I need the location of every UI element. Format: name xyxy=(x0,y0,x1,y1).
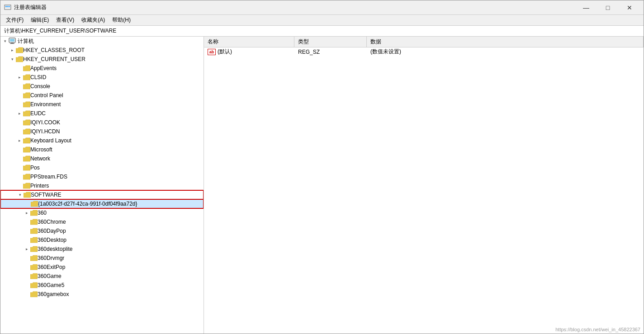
tree-item-control-panel[interactable]: Control Panel xyxy=(0,91,204,100)
tree-item-printers[interactable]: Printers xyxy=(0,181,204,190)
tree-item-ppstream[interactable]: PPStream.FDS xyxy=(0,172,204,181)
folder-icon-appevents xyxy=(23,65,30,71)
tree-label-360game: 360Game xyxy=(38,273,62,279)
folder-icon-software xyxy=(24,192,31,198)
table-header: 名称 类型 数据 xyxy=(204,37,644,47)
tree-item-360[interactable]: ▸ 360 xyxy=(0,208,204,217)
tree-label-ppstream: PPStream.FDS xyxy=(30,174,67,180)
expand-360desktoplite[interactable]: ▸ xyxy=(23,245,30,253)
svg-rect-3 xyxy=(9,6,10,7)
tree-label-360drvmgr: 360Drvmgr xyxy=(38,255,64,261)
minimize-button[interactable]: — xyxy=(576,0,597,15)
folder-icon-microsoft xyxy=(23,146,30,153)
folder-icon-network xyxy=(23,155,30,162)
menu-view[interactable]: 查看(V) xyxy=(52,15,78,25)
folder-icon-clsid xyxy=(23,74,30,80)
folder-icon-360 xyxy=(30,210,38,216)
menu-help[interactable]: 帮助(H) xyxy=(109,15,134,25)
folder-icon-360game5 xyxy=(30,282,38,288)
tree-item-360game[interactable]: 360Game xyxy=(0,272,204,281)
folder-icon-classes-root xyxy=(16,47,23,53)
expand-current-user[interactable]: ▾ xyxy=(9,56,16,63)
tree-item-360game5[interactable]: 360Game5 xyxy=(0,281,204,290)
tree-item-microsoft[interactable]: Microsoft xyxy=(0,145,204,154)
tree-label-iqiyi-cook: IQIYI.COOK xyxy=(30,119,60,126)
main-content: ▾ 计算机 ▸ HKEY_CLASSES_ROOT ▾ xyxy=(0,37,644,334)
tree-label-360: 360 xyxy=(38,210,47,216)
table-row[interactable]: ab (默认) REG_SZ (数值未设置) xyxy=(204,47,644,56)
tree-item-360drvmgr[interactable]: 360Drvmgr xyxy=(0,254,204,263)
tree-label-appevents: AppEvents xyxy=(30,65,57,71)
tree-label-360exitpop: 360ExitPop xyxy=(38,264,65,270)
tree-label-pos: Pos xyxy=(30,165,40,171)
tree-item-software[interactable]: ▾ SOFTWARE xyxy=(0,190,204,199)
tree-item-network[interactable]: Network xyxy=(0,154,204,163)
watermark: https://blog.csdn.net/wei_in_45822367 xyxy=(555,327,640,332)
folder-icon-360daypop xyxy=(30,228,38,234)
tree-item-iqiyi-hcdn[interactable]: IQIYI.HCDN xyxy=(0,127,204,136)
address-text: 计算机\HKEY_CURRENT_USER\SOFTWARE xyxy=(4,27,116,35)
tree-item-360gamebox[interactable]: 360gamebox xyxy=(0,290,204,299)
expand-eudc[interactable]: ▸ xyxy=(16,110,23,117)
tree-label-current-user: HKEY_CURRENT_USER xyxy=(23,56,85,62)
tree-label-console: Console xyxy=(30,83,50,89)
tree-label-eudc: EUDC xyxy=(30,110,46,117)
expand-software[interactable]: ▾ xyxy=(16,191,24,198)
folder-icon-360game xyxy=(30,273,38,279)
tree-item-eudc[interactable]: ▸ EUDC xyxy=(0,109,204,118)
window-title: 注册表编辑器 xyxy=(14,4,576,11)
tree-item-360desktop[interactable]: 360Desktop xyxy=(0,235,204,245)
close-button[interactable]: ✕ xyxy=(619,0,640,15)
tree-item-guid1[interactable]: {1a003c2f-d27f-42ca-991f-0df04f9aa72d} xyxy=(0,199,204,208)
menu-favorites[interactable]: 收藏夹(A) xyxy=(78,15,109,25)
maximize-button[interactable]: □ xyxy=(597,0,618,15)
folder-icon-pos xyxy=(23,165,30,171)
folder-icon-guid1 xyxy=(31,201,38,207)
expand-computer[interactable]: ▾ xyxy=(1,38,9,45)
menu-edit[interactable]: 编辑(E) xyxy=(27,15,52,25)
expand-classes-root[interactable]: ▸ xyxy=(9,47,16,54)
svg-rect-7 xyxy=(10,43,14,44)
tree-item-pos[interactable]: Pos xyxy=(0,163,204,172)
folder-icon-360chrome xyxy=(30,219,38,225)
tree-label-360gamebox: 360gamebox xyxy=(38,291,69,297)
folder-icon-iqiyi-hcdn xyxy=(23,128,30,135)
tree-item-environment[interactable]: Environment xyxy=(0,100,204,109)
expand-360[interactable]: ▸ xyxy=(23,209,30,216)
tree-item-current-user[interactable]: ▾ HKEY_CURRENT_USER xyxy=(0,55,204,64)
cell-name-text: (默认) xyxy=(218,48,232,56)
tree-item-console[interactable]: Console xyxy=(0,82,204,91)
tree-item-classes-root[interactable]: ▸ HKEY_CLASSES_ROOT xyxy=(0,46,204,55)
tree-item-iqiyi-cook[interactable]: IQIYI.COOK xyxy=(0,118,204,127)
col-header-type[interactable]: 类型 xyxy=(294,37,367,47)
tree-item-keyboard-layout[interactable]: ▸ Keyboard Layout xyxy=(0,136,204,145)
folder-icon-ppstream xyxy=(23,174,30,180)
tree-item-appevents[interactable]: AppEvents xyxy=(0,64,204,73)
tree-label-microsoft: Microsoft xyxy=(30,146,52,153)
tree-item-360exitpop[interactable]: 360ExitPop xyxy=(0,263,204,272)
tree-item-360daypop[interactable]: 360DayPop xyxy=(0,226,204,235)
folder-icon-environment xyxy=(23,101,30,108)
right-pane: 名称 类型 数据 ab (默认) REG_SZ xyxy=(204,37,644,334)
tree-label-classes-root: HKEY_CLASSES_ROOT xyxy=(23,47,85,53)
tree-item-360desktoplite[interactable]: ▸ 360desktoplite xyxy=(0,245,204,254)
tree-label-computer: 计算机 xyxy=(18,38,34,45)
tree-label-360daypop: 360DayPop xyxy=(38,228,66,234)
tree-label-clsid: CLSID xyxy=(30,74,46,80)
tree-label-control-panel: Control Panel xyxy=(30,92,63,99)
ab-icon: ab xyxy=(208,49,216,55)
computer-icon xyxy=(9,38,16,45)
menu-file[interactable]: 文件(F) xyxy=(2,15,27,25)
folder-icon-keyboard-layout xyxy=(23,137,30,144)
col-header-name[interactable]: 名称 xyxy=(204,37,294,47)
tree-item-clsid[interactable]: ▸ CLSID xyxy=(0,73,204,82)
tree-item-360chrome[interactable]: 360Chrome xyxy=(0,217,204,226)
tree-item-computer[interactable]: ▾ 计算机 xyxy=(0,37,204,46)
tree-label-environment: Environment xyxy=(30,101,61,108)
svg-rect-5 xyxy=(10,39,14,42)
cell-data: (数值未设置) xyxy=(367,48,644,56)
expand-clsid[interactable]: ▸ xyxy=(16,74,23,81)
col-header-data[interactable]: 数据 xyxy=(367,37,644,47)
expand-keyboard-layout[interactable]: ▸ xyxy=(16,137,23,144)
tree-pane[interactable]: ▾ 计算机 ▸ HKEY_CLASSES_ROOT ▾ xyxy=(0,37,204,334)
